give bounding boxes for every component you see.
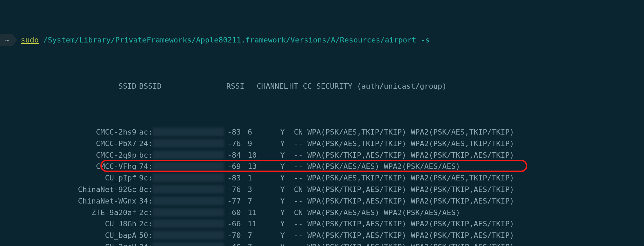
hdr-security: SECURITY (auth/unicast/group) [317, 81, 447, 92]
cell-ht: Y [280, 138, 294, 150]
cell-bssid: 2c: [139, 218, 227, 230]
cell-cc: -- [294, 161, 307, 172]
cell-ssid: CU_J8Gh [0, 218, 139, 230]
cell-cc: CN [294, 184, 307, 195]
table-row: CU_3gsU34:-467Y--WPA(PSK/TKIP,AES/TKIP) … [0, 241, 644, 246]
table-row: CMCC-2hs9ac:-836YCNWPA(PSK/AES,TKIP/TKIP… [0, 126, 644, 138]
cell-cc: CN [294, 207, 307, 218]
cell-ht: Y [280, 150, 294, 161]
redacted-region [153, 208, 224, 216]
cell-cc: -- [294, 138, 307, 150]
cell-ssid: ChinaNet-92Gc [0, 184, 139, 195]
cell-security: WPA(PSK/AES,TKIP/TKIP) WPA2(PSK/AES,TKIP… [307, 126, 514, 138]
redacted-region [153, 174, 224, 182]
cell-channel: 9 [248, 138, 280, 150]
sudo-keyword: sudo [21, 36, 39, 44]
table-row: CMCC-2q9pbc:-8410Y--WPA(PSK/TKIP,AES/TKI… [0, 150, 644, 161]
cell-ht: Y [280, 184, 294, 195]
cell-bssid: 24: [139, 138, 227, 150]
cell-ssid: ZTE-9a20af [0, 207, 139, 218]
table-row: CMCC-PbX724:-769Y--WPA(PSK/AES,TKIP/TKIP… [0, 138, 644, 150]
table-row: CU_bapA50:-707Y--WPA(PSK/TKIP,AES/TKIP) … [0, 230, 644, 241]
cell-bssid: 34: [139, 195, 227, 207]
cell-ssid: CU_pIpf [0, 172, 139, 184]
prompt-line: ~ sudo /System/Library/PrivateFrameworks… [0, 34, 644, 46]
cell-security: WPA(PSK/AES,TKIP/TKIP) WPA2(PSK/AES,TKIP… [307, 172, 514, 184]
cell-rssi: -70 [227, 230, 248, 241]
command-path: /System/Library/PrivateFrameworks/Apple8… [39, 36, 430, 44]
redacted-region [153, 128, 224, 136]
cell-ssid: CMCC-2q9p [0, 150, 139, 161]
redacted-region [153, 243, 224, 246]
cell-rssi: -66 [227, 218, 248, 230]
hdr-ht: HT [289, 81, 303, 92]
cell-security: WPA(PSK/TKIP,AES/TKIP) WPA2(PSK/TKIP,AES… [307, 195, 514, 207]
cell-channel: 11 [248, 207, 280, 218]
cell-ssid: CMCC-2hs9 [0, 126, 139, 138]
hdr-rssi: RSSI [163, 81, 248, 92]
cell-ssid: CMCC-PbX7 [0, 138, 139, 150]
redacted-region [153, 219, 224, 228]
cell-security: WPA(PSK/AES,TKIP/TKIP) WPA2(PSK/AES,TKIP… [307, 138, 514, 150]
cell-bssid: ac: [139, 126, 227, 138]
chevron-right-icon [13, 34, 17, 46]
table-row: CMCC-VFhg74:-6913Y--WPA(PSK/AES/AES) WPA… [0, 161, 644, 172]
cell-channel: 7 [248, 241, 280, 246]
terminal-output[interactable]: ~ sudo /System/Library/PrivateFrameworks… [0, 0, 644, 246]
hdr-cc: CC [303, 81, 317, 92]
cell-ssid: ChinaNet-WGnx [0, 195, 139, 207]
table-row: ChinaNet-92Gc8c:-763YCNWPA(PSK/TKIP,AES/… [0, 184, 644, 195]
cell-channel: 11 [248, 218, 280, 230]
cell-rssi: -60 [227, 207, 248, 218]
table-row: ChinaNet-WGnx34:-777Y--WPA(PSK/TKIP,AES/… [0, 195, 644, 207]
cell-ssid: CU_bapA [0, 230, 139, 241]
prompt-badge: ~ [0, 34, 13, 46]
cell-bssid: bc: [139, 150, 227, 161]
table-row: CU_pIpf9c:-831Y--WPA(PSK/AES,TKIP/TKIP) … [0, 172, 644, 184]
table-row: ZTE-9a20af2c:-6011YCNWPA(PSK/AES/AES) WP… [0, 207, 644, 218]
cell-channel: 6 [248, 126, 280, 138]
cell-ht: Y [280, 207, 294, 218]
cell-bssid: 74: [139, 161, 227, 172]
cell-security: WPA(PSK/TKIP,AES/TKIP) WPA2(PSK/TKIP,AES… [307, 230, 514, 241]
cell-security: WPA(PSK/AES/AES) WPA2(PSK/AES/AES) [307, 207, 460, 218]
cell-ht: Y [280, 218, 294, 230]
cell-ht: Y [280, 161, 294, 172]
cell-security: WPA(PSK/AES/AES) WPA2(PSK/AES/AES) [307, 161, 460, 172]
hdr-channel: CHANNEL [257, 81, 289, 92]
cell-channel: 10 [248, 150, 280, 161]
hdr-ssid: SSID [0, 81, 139, 92]
cell-ht: Y [280, 241, 294, 246]
table-header: SSIDBSSIDRSSI CHANNELHTCCSECURITY (auth/… [0, 81, 644, 92]
cell-cc: -- [294, 218, 307, 230]
cell-cc: CN [294, 126, 307, 138]
cell-channel: 7 [248, 195, 280, 207]
hdr-bssid: BSSID [139, 81, 163, 92]
cell-channel: 7 [248, 230, 280, 241]
cell-bssid: 50: [139, 230, 227, 241]
command-text: sudo /System/Library/PrivateFrameworks/A… [21, 34, 430, 46]
cell-security: WPA(PSK/TKIP,AES/TKIP) WPA2(PSK/TKIP,AES… [307, 241, 514, 246]
cell-cc: -- [294, 230, 307, 241]
cell-channel: 1 [248, 172, 280, 184]
cell-channel: 3 [248, 184, 280, 195]
cell-rssi: -76 [227, 184, 248, 195]
cell-security: WPA(PSK/TKIP,AES/TKIP) WPA2(PSK/TKIP,AES… [307, 150, 514, 161]
cell-cc: -- [294, 150, 307, 161]
redacted-region [153, 139, 224, 147]
table-body: CMCC-2hs9ac:-836YCNWPA(PSK/AES,TKIP/TKIP… [0, 126, 644, 246]
cell-security: WPA(PSK/TKIP,AES/TKIP) WPA2(PSK/TKIP,AES… [307, 218, 514, 230]
redacted-region [153, 231, 224, 239]
cell-rssi: -83 [227, 126, 248, 138]
redacted-region [153, 185, 224, 193]
redacted-region [153, 162, 224, 170]
cell-ht: Y [280, 230, 294, 241]
cell-cc: -- [294, 241, 307, 246]
cell-rssi: -69 [227, 161, 248, 172]
cell-bssid: 34: [139, 241, 227, 246]
redacted-region [153, 151, 224, 159]
cell-ht: Y [280, 126, 294, 138]
redacted-region [153, 197, 224, 205]
cell-cc: -- [294, 172, 307, 184]
cell-channel: 13 [248, 161, 280, 172]
